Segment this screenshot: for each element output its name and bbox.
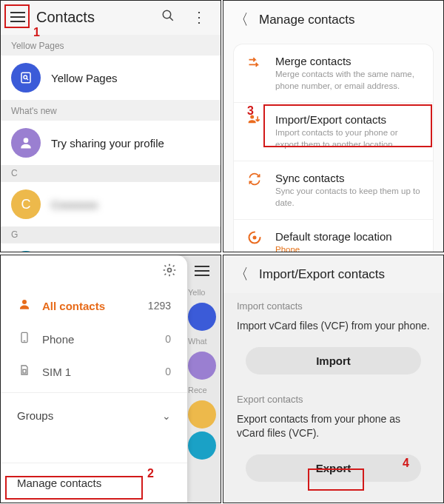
drawer-screen: Yello What Rece All contact <box>0 255 221 503</box>
person-icon <box>17 298 32 314</box>
svg-point-5 <box>24 138 29 143</box>
import-button[interactable]: Import <box>246 347 422 374</box>
contact-avatar-c: C <box>11 189 41 219</box>
contacts-title: Contacts <box>36 9 148 26</box>
import-export-screen: 〈 Import/Export contacts Import contacts… <box>223 255 444 503</box>
storage-location-item[interactable]: Default storage location Phone <box>234 220 433 252</box>
drawer-all-contacts[interactable]: All contacts 1293 <box>1 289 187 323</box>
yellow-pages-row[interactable]: Yellow Pages <box>1 56 221 100</box>
whats-new-row[interactable]: Try sharing your profile <box>1 121 221 165</box>
step-1-highlight <box>4 4 30 28</box>
svg-point-0 <box>163 10 171 19</box>
bg-avatar-2 <box>188 352 216 380</box>
step-1-label: 1 <box>33 26 40 39</box>
storage-title: Default storage location <box>275 230 421 243</box>
drawer-groups[interactable]: Groups ⌄ <box>1 397 187 434</box>
export-description: Export contacts from your phone as vCard… <box>223 409 443 451</box>
bg-rec-label: Rece <box>184 383 221 397</box>
drawer-phone[interactable]: Phone 0 <box>1 323 187 355</box>
import-export-page-title: Import/Export contacts <box>259 267 385 282</box>
step-2-label: 2 <box>147 467 154 480</box>
merge-sub: Merge contacts with the same name, phone… <box>275 69 421 92</box>
step-2-highlight <box>5 476 143 500</box>
phone-label: Phone <box>42 333 155 346</box>
svg-point-7 <box>253 236 257 240</box>
yellow-pages-label: Yellow Pages <box>51 72 118 84</box>
storage-sub: Phone <box>275 244 421 252</box>
section-whats-new: What's new <box>1 100 221 121</box>
svg-line-1 <box>169 17 173 21</box>
sync-icon <box>246 172 263 209</box>
profile-share-icon <box>11 128 41 158</box>
import-description: Import vCard files (VCF) from your phone… <box>223 316 443 344</box>
chevron-down-icon: ⌄ <box>162 410 171 422</box>
drawer-sim[interactable]: SIM 1 0 <box>1 355 187 388</box>
sync-title: Sync contacts <box>275 172 421 184</box>
export-section-label: Export contacts <box>223 386 443 409</box>
letter-header-g: G <box>1 226 221 243</box>
svg-line-4 <box>27 78 28 80</box>
bg-yellow-label: Yello <box>184 285 221 300</box>
contact-avatar-g: G <box>11 251 41 252</box>
manage-contacts-title: Manage contacts <box>259 13 354 27</box>
all-contacts-count: 1293 <box>148 300 171 312</box>
storage-icon <box>246 230 263 252</box>
bg-avatar-3 <box>188 400 216 429</box>
svg-rect-2 <box>21 73 30 83</box>
contact-row-c[interactable]: C Cxxxxxxx <box>1 181 221 226</box>
bg-avatar-1 <box>188 303 216 331</box>
sim-icon <box>17 364 32 379</box>
manage-contacts-screen: 〈 Manage contacts Merge contacts Merge c… <box>223 0 444 252</box>
contacts-list-screen: Contacts ⋮ Yellow Pages Yellow Pages Wha… <box>0 0 221 252</box>
phone-device-icon <box>17 332 32 346</box>
whats-new-label: Try sharing your profile <box>51 137 164 149</box>
navigation-drawer: All contacts 1293 Phone 0 SIM 1 0 <box>1 255 187 503</box>
groups-label: Groups <box>17 409 162 422</box>
bg-what-label: What <box>184 334 221 349</box>
back-icon[interactable]: 〈 <box>234 10 249 30</box>
sync-sub: Sync your contacts to keep them up to da… <box>275 186 421 209</box>
merge-icon <box>246 55 263 92</box>
hamburger-bg-icon <box>192 266 212 276</box>
step-3-label: 3 <box>247 104 254 118</box>
svg-point-8 <box>168 269 172 272</box>
svg-rect-12 <box>23 369 26 373</box>
contact-row-g[interactable]: G Gxx Xxxxxx <box>1 243 221 252</box>
search-icon[interactable] <box>157 9 179 26</box>
merge-title: Merge contacts <box>275 55 421 67</box>
letter-header-c: C <box>1 165 221 181</box>
manage-contacts-card: Merge contacts Merge contacts with the s… <box>234 44 433 252</box>
import-export-icon <box>246 113 263 150</box>
sync-contacts-item[interactable]: Sync contacts Sync your contacts to keep… <box>234 161 433 220</box>
phone-count: 0 <box>165 333 171 345</box>
settings-gear-icon[interactable] <box>162 263 177 281</box>
sim-label: SIM 1 <box>42 366 155 378</box>
contact-name-c: Cxxxxxxx <box>51 198 98 211</box>
overflow-menu-icon[interactable]: ⋮ <box>188 8 210 26</box>
back-icon[interactable]: 〈 <box>234 264 249 284</box>
step-4-highlight <box>308 468 364 491</box>
all-contacts-label: All contacts <box>42 300 138 312</box>
yellow-pages-icon <box>11 63 41 93</box>
sim-count: 0 <box>165 366 171 377</box>
step-4-label: 4 <box>403 457 409 470</box>
background-partial: Yello What Rece <box>184 255 221 503</box>
step-3-highlight <box>263 104 432 147</box>
bg-avatar-4 <box>188 431 216 460</box>
svg-point-9 <box>22 300 27 304</box>
merge-contacts-item[interactable]: Merge contacts Merge contacts with the s… <box>234 44 433 103</box>
import-section-label: Import contacts <box>223 293 443 316</box>
